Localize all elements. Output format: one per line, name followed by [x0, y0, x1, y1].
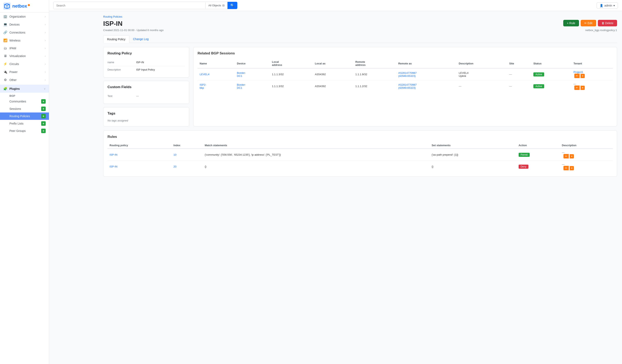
tab-change-log[interactable]: Change Log — [129, 35, 152, 43]
tenant-link[interactable]: Project1 — [573, 71, 583, 74]
sidebar-item-label: Virtualization — [9, 55, 26, 58]
sidebar-item-label: Prefix Lists — [9, 122, 23, 125]
description: — — [457, 80, 507, 92]
bgp-section-label: BGP — [0, 93, 49, 98]
main-content: Routing Policies ISP-IN + Rule ✏ Edit 🗑 … — [98, 11, 622, 364]
remote-as-link[interactable]: AS2814770987(42949.65323) — [398, 71, 417, 77]
add-sessions-button[interactable]: + — [41, 107, 46, 111]
edit-button[interactable]: ✏ Edit — [581, 20, 596, 26]
sidebar-item-label: Connections — [9, 31, 25, 34]
table-row: ISP2-bkp Border-DC1 1.1.1.3/32 AS54392 1… — [197, 80, 613, 92]
sidebar-item-connections[interactable]: 🔗Connections › — [0, 28, 49, 36]
edit-row-button[interactable]: ✏ — [574, 86, 580, 90]
remote-address: 1.1.1.2/32 — [353, 80, 396, 92]
plugins-icon: 🧩 — [3, 87, 7, 91]
bgp-sessions-title: Related BGP Sessions — [197, 51, 613, 55]
sidebar-item-circuits[interactable]: ⚡Circuits › — [0, 60, 49, 68]
rule-index-link[interactable]: 10 — [174, 153, 176, 156]
admin-label: admin — [604, 4, 612, 7]
row-dropdown-button[interactable]: ▾ — [581, 74, 585, 78]
sidebar-item-routing-policies[interactable]: Routing Policies + — [0, 112, 49, 120]
col-tenant: Tenant — [571, 59, 613, 68]
filter-label: All Objects — [208, 4, 221, 7]
session-name-link[interactable]: LEVEL4 — [200, 73, 210, 76]
delete-button[interactable]: 🗑 Delete — [598, 20, 617, 26]
description: — ✏ ▾ — [560, 149, 613, 161]
row-actions: ✏ ▾ — [564, 166, 611, 170]
sidebar-item-prefix-lists[interactable]: Prefix Lists + — [0, 120, 49, 127]
sidebar-item-organization[interactable]: 🏢Organization › — [0, 13, 49, 20]
col-name: Name — [197, 59, 235, 68]
table-row: ISP-IN 20 {} {} Deny — ✏ ▾ — [107, 161, 613, 173]
ipam-icon: 🗂 — [3, 46, 7, 50]
add-communities-button[interactable]: + — [41, 99, 46, 104]
topbar-right: 👤 admin ▾ — [597, 2, 618, 9]
add-prefix-lists-button[interactable]: + — [41, 121, 46, 126]
remote-as-link[interactable]: AS2814770987(42949.65323) — [398, 83, 417, 89]
row-dropdown-button[interactable]: ▾ — [570, 166, 574, 170]
breadcrumb[interactable]: Routing Policies — [103, 15, 617, 18]
chevron-right-icon: › — [45, 39, 46, 42]
sidebar-item-sessions[interactable]: Sessions + — [0, 105, 49, 112]
add-peer-groups-button[interactable]: + — [41, 129, 46, 133]
local-as: AS54392 — [313, 80, 353, 92]
action-buttons: + Rule ✏ Edit 🗑 Delete — [563, 20, 617, 26]
session-name-link[interactable]: ISP2-bkp — [200, 83, 206, 89]
col-local-address: Localaddress — [270, 59, 313, 68]
col-index: Index — [171, 142, 203, 149]
user-icon: 👤 — [600, 4, 603, 7]
search-button[interactable]: 🔍 — [228, 2, 237, 9]
sidebar-item-label: Routing Policies — [9, 114, 30, 118]
sidebar-item-peer-groups[interactable]: Peer Groups + — [0, 127, 49, 135]
sidebar-item-virtualization[interactable]: 🖥Virtualization › — [0, 52, 49, 60]
logo-text: netbox — [12, 3, 27, 9]
device-link[interactable]: Border-DC1 — [237, 83, 246, 89]
device-link[interactable]: Border-DC1 — [237, 71, 246, 77]
rules-card: Rules Routing policy Index Match stateme… — [103, 130, 617, 177]
field-label-test: Test — [107, 94, 136, 98]
search-filter-button[interactable]: All Objects ⊟ — [206, 2, 228, 9]
description: — ✏ ▾ — [560, 161, 613, 173]
plugins-header[interactable]: 🧩 Plugins ∨ — [0, 85, 49, 93]
sidebar-item-wireless[interactable]: 📶Wireless › — [0, 36, 49, 44]
sidebar-item-other[interactable]: ⚙Other › — [0, 76, 49, 84]
edit-row-button[interactable]: ✏ — [564, 166, 569, 170]
edit-row-button[interactable]: ✏ — [574, 74, 580, 78]
chevron-right-icon: › — [45, 23, 46, 26]
edit-row-button[interactable]: ✏ — [564, 154, 569, 159]
add-routing-policies-button[interactable]: + — [41, 114, 46, 118]
wireless-icon: 📶 — [3, 38, 7, 42]
tab-routing-policy[interactable]: Routing Policy — [103, 35, 129, 43]
rule-index-link[interactable]: 20 — [174, 165, 176, 168]
table-row: LEVEL4 Border-DC1 1.1.1.3/32 AS54392 1.1… — [197, 68, 613, 80]
sidebar-item-communities[interactable]: Communities + — [0, 98, 49, 105]
devices-icon: 💻 — [3, 22, 7, 26]
search-input[interactable] — [53, 2, 205, 9]
row-dropdown-button[interactable]: ▾ — [581, 86, 585, 90]
custom-fields-title: Custom Fields — [107, 85, 185, 89]
sidebar-item-label: Communities — [9, 100, 26, 103]
rule-policy-link[interactable]: ISP-IN — [110, 165, 117, 168]
rules-title: Rules — [107, 135, 613, 139]
left-column: Routing Policy name ISP-IN Description I… — [103, 47, 189, 126]
rules-table: Routing policy Index Match statements Se… — [107, 142, 613, 172]
add-rule-button[interactable]: + Rule — [563, 20, 579, 26]
sidebar-item-devices[interactable]: 💻Devices › — [0, 20, 49, 28]
tags-card: Tags No tags assigned — [103, 107, 189, 126]
field-label-description: Description — [107, 68, 136, 71]
sidebar-item-power[interactable]: 🔌Power › — [0, 68, 49, 76]
tabs: Routing Policy Change Log — [103, 35, 617, 43]
status-badge: Active — [533, 84, 544, 88]
sidebar-nav: 🏢Organization › 💻Devices › 🔗Connections … — [0, 13, 49, 364]
admin-menu-button[interactable]: 👤 admin ▾ — [597, 2, 618, 9]
row-dropdown-button[interactable]: ▾ — [570, 154, 574, 159]
row-actions: ✏ ▾ — [564, 154, 611, 159]
bgp-sessions-card: Related BGP Sessions Name Device Localad… — [193, 47, 617, 126]
sidebar-item-ipam[interactable]: 🗂IPAM › — [0, 44, 49, 52]
local-address: 1.1.1.3/32 — [270, 68, 313, 80]
action-badge: Deny — [519, 165, 528, 169]
field-value-description: ISP Input Policy — [136, 68, 185, 71]
rule-policy-link[interactable]: ISP-IN — [110, 153, 117, 156]
match-statements: {} — [203, 161, 429, 173]
netbox-logo-icon — [3, 2, 11, 10]
